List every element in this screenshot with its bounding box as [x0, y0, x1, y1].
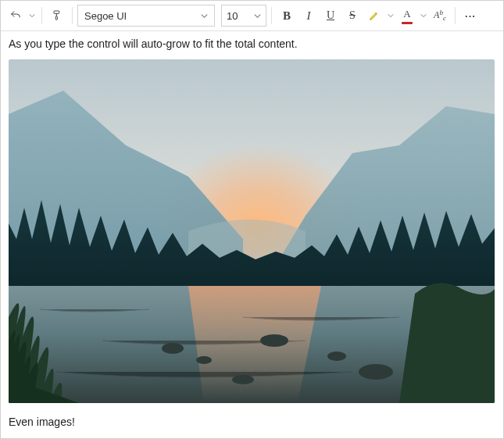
svg-point-6	[196, 356, 212, 364]
svg-rect-1	[55, 16, 57, 20]
more-icon: ···	[465, 10, 476, 22]
landscape-image-svg	[9, 59, 495, 403]
more-options-button[interactable]: ···	[460, 5, 481, 27]
content-line-1: As you type the control will auto-grow t…	[9, 37, 495, 50]
underline-button[interactable]: U	[320, 5, 341, 27]
separator	[41, 7, 42, 24]
italic-icon: I	[307, 9, 311, 23]
font-family-value: Segoe UI	[84, 10, 127, 22]
undo-icon	[9, 9, 22, 22]
font-color-button[interactable]: A	[397, 5, 417, 27]
svg-rect-0	[54, 11, 59, 13]
chevron-down-icon	[254, 12, 261, 20]
separator	[271, 7, 272, 24]
chevron-down-icon	[201, 12, 208, 20]
rich-text-editor: Segoe UI 10 B I U S A	[0, 0, 504, 439]
highlight-color-dropdown[interactable]	[386, 12, 395, 19]
bold-button[interactable]: B	[277, 5, 297, 27]
strikethrough-button[interactable]: S	[342, 5, 363, 27]
undo-button[interactable]	[5, 5, 26, 27]
svg-point-10	[232, 375, 254, 384]
embedded-image[interactable]	[9, 59, 495, 403]
svg-point-7	[260, 334, 288, 347]
highlight-color-button[interactable]	[364, 5, 384, 27]
highlighter-icon	[368, 9, 381, 22]
bold-icon: B	[283, 9, 291, 23]
clear-formatting-button[interactable]: Abc	[430, 5, 450, 27]
undo-dropdown[interactable]	[27, 12, 37, 19]
format-painter-icon	[51, 9, 63, 22]
font-color-dropdown[interactable]	[419, 12, 428, 19]
font-size-value: 10	[227, 10, 238, 22]
strikethrough-icon: S	[349, 9, 356, 22]
svg-point-9	[359, 364, 393, 380]
separator	[72, 7, 73, 24]
format-painter-button[interactable]	[47, 5, 67, 27]
font-color-icon: A	[403, 8, 410, 20]
editor-content[interactable]: As you type the control will auto-grow t…	[1, 31, 503, 438]
svg-point-5	[162, 343, 184, 354]
separator	[455, 7, 456, 24]
underline-icon: U	[327, 9, 334, 22]
italic-button[interactable]: I	[298, 5, 319, 27]
clear-formatting-icon: Abc	[434, 9, 446, 22]
toolbar: Segoe UI 10 B I U S A	[1, 1, 503, 31]
content-line-2: Even images!	[9, 416, 495, 428]
font-family-select[interactable]: Segoe UI	[77, 5, 215, 27]
svg-point-8	[327, 352, 346, 361]
font-color-swatch	[402, 22, 413, 24]
font-size-select[interactable]: 10	[221, 5, 266, 27]
